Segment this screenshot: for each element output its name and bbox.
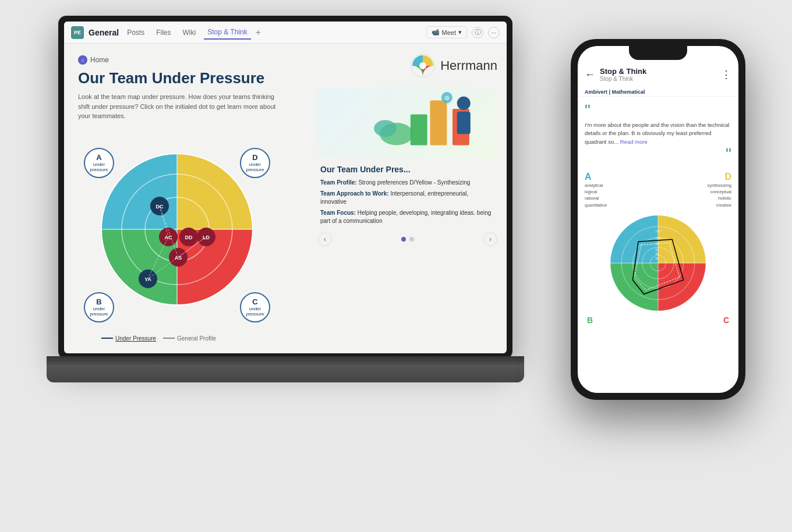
laptop-screen-inner: PE General Posts Files Wiki Stop & Think… <box>64 22 507 353</box>
phone-quad-bottom-labels: B C <box>585 315 731 325</box>
phone-screen: ← Stop & Think Stop & Think ⋮ Ambivert |… <box>578 46 738 393</box>
phone-back-button[interactable]: ← <box>585 69 595 81</box>
quote-open-icon: " <box>585 102 731 119</box>
svg-text:40: 40 <box>655 252 659 256</box>
tab-wiki[interactable]: Wiki <box>179 26 200 39</box>
content-area: ⌂ Home Our Team Under Pressure Look at t… <box>64 44 507 353</box>
phone-menu-button[interactable]: ⋮ <box>721 68 731 81</box>
quadrant-d-label: D under pressure <box>240 148 270 178</box>
herrmann-text: Herrmann <box>440 58 497 73</box>
tab-posts[interactable]: Posts <box>123 26 148 39</box>
legend-under-pressure: Under Pressure <box>101 335 156 342</box>
svg-rect-21 <box>430 101 447 146</box>
quadrant-chart: A under pressure D under pressure B <box>78 130 276 328</box>
carousel-dot-2[interactable] <box>409 237 414 242</box>
read-more-link[interactable]: Read more <box>620 139 648 145</box>
video-icon: 📹 <box>432 29 440 36</box>
phone-quadrant-section: A analytical logical rational quantitati… <box>578 168 738 393</box>
phone-notch <box>629 46 687 60</box>
tab-stop-think[interactable]: Stop & Think <box>204 26 250 40</box>
more-button[interactable]: ··· <box>488 27 500 38</box>
laptop: PE General Posts Files Wiki Stop & Think… <box>47 16 524 458</box>
carousel-next-button[interactable]: › <box>483 232 497 246</box>
team-illustration: ⚙ <box>318 88 497 158</box>
svg-point-20 <box>419 62 426 69</box>
phone: ← Stop & Think Stop & Think ⋮ Ambivert |… <box>571 39 745 400</box>
phone-title-block: Stop & Think Stop & Think <box>600 67 716 82</box>
carousel-dot-1[interactable] <box>401 237 406 242</box>
phone-quad-b-label: B <box>587 315 593 325</box>
phone-quad-svg: 120 100 80 60 40 20 <box>585 211 731 315</box>
chart-legend: Under Pressure General Profile <box>78 335 276 342</box>
meet-button[interactable]: 📹 Meet ▾ <box>426 26 467 38</box>
tab-files[interactable]: Files <box>153 26 174 39</box>
scene: PE General Posts Files Wiki Stop & Think… <box>47 16 745 516</box>
laptop-screen-outer: PE General Posts Files Wiki Stop & Think… <box>58 16 512 359</box>
channel-name: General <box>89 28 119 37</box>
svg-text:AS: AS <box>175 255 182 261</box>
laptop-base <box>47 365 524 382</box>
herrmann-logo: Herrmann <box>318 53 497 79</box>
svg-rect-23 <box>411 115 427 146</box>
quote-close-icon: " <box>585 146 731 162</box>
home-breadcrumb[interactable]: ⌂ Home <box>78 55 295 65</box>
phone-header: ← Stop & Think Stop & Think ⋮ <box>578 62 738 87</box>
svg-text:DD: DD <box>185 235 193 240</box>
phone-quad-chart: 120 100 80 60 40 20 <box>585 211 731 315</box>
quadrant-c-label: C under pressure <box>240 292 270 322</box>
svg-text:AC: AC <box>165 235 172 240</box>
browser-bar: PE General Posts Files Wiki Stop & Think… <box>64 22 507 44</box>
quad-top-labels: A analytical logical rational quantitati… <box>585 172 731 208</box>
carousel-dots <box>401 237 414 242</box>
svg-text:100: 100 <box>655 236 661 240</box>
phone-quad-c-label: C <box>723 315 729 325</box>
svg-text:60: 60 <box>655 247 659 251</box>
quadrant-b-label: B under pressure <box>84 292 114 322</box>
team-profile-title: Our Team Under Pres... <box>320 165 495 174</box>
main-content: ⌂ Home Our Team Under Pressure Look at t… <box>64 44 309 353</box>
svg-point-24 <box>457 97 471 110</box>
phone-quad-d-label: D synthesizing conceptual holistic creat… <box>708 172 731 208</box>
team-profile-item: Team Profile: Strong preferences D/Yello… <box>320 179 495 187</box>
quote-text: I'm more about the people and the vision… <box>585 121 731 146</box>
carousel-prev-button[interactable]: ‹ <box>318 232 332 246</box>
team-focus-item: Team Focus: Helping people, developing, … <box>320 209 495 225</box>
svg-text:20: 20 <box>655 257 659 260</box>
svg-text:120: 120 <box>655 229 661 232</box>
team-approach-item: Team Approach to Work: Interpersonal, en… <box>320 190 495 206</box>
herrmann-icon-svg <box>410 53 436 79</box>
page-title: Our Team Under Pressure <box>78 69 295 87</box>
browser-right: 📹 Meet ▾ ⓘ ··· <box>426 26 500 38</box>
svg-text:⚙: ⚙ <box>444 95 450 101</box>
phone-quad-a-label: A analytical logical rational quantitati… <box>585 172 607 208</box>
home-icon: ⌂ <box>78 55 87 65</box>
right-panel: Herrmann <box>309 44 507 353</box>
phone-title: Stop & Think <box>600 67 716 76</box>
chevron-down-icon: ▾ <box>458 29 462 36</box>
team-profile-section: Our Team Under Pres... Team Profile: Str… <box>318 165 497 225</box>
svg-text:LD: LD <box>203 235 210 240</box>
svg-rect-25 <box>457 112 471 134</box>
phone-badge: Ambivert | Mathematical <box>578 87 738 97</box>
svg-point-27 <box>374 120 397 137</box>
svg-text:YA: YA <box>144 276 151 282</box>
channel-icon: PE <box>71 26 84 39</box>
phone-quote-section: " I'm more about the people and the visi… <box>578 97 738 168</box>
carousel-nav: ‹ › <box>318 232 497 246</box>
tab-add-button[interactable]: + <box>256 27 261 38</box>
legend-general-profile: General Profile <box>163 335 216 342</box>
info-button[interactable]: ⓘ <box>472 27 483 38</box>
phone-subtitle: Stop & Think <box>600 76 716 82</box>
phone-content: ← Stop & Think Stop & Think ⋮ Ambivert |… <box>578 46 738 393</box>
page-description: Look at the team map under pressure. How… <box>78 92 276 121</box>
quadrant-a-label: A under pressure <box>84 148 114 178</box>
